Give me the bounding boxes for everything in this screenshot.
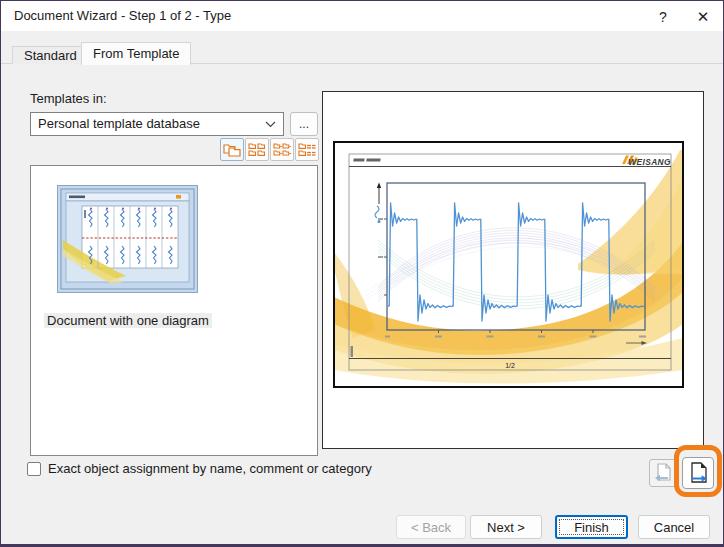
view-large-icons-button[interactable]: [220, 138, 244, 161]
page-indicator: 1/2: [505, 362, 515, 369]
exact-assignment-checkbox[interactable]: [27, 462, 41, 476]
preview-image: WEISANG 1/2: [323, 92, 702, 447]
cancel-button[interactable]: Cancel: [638, 515, 710, 539]
template-thumbnail-image: [58, 186, 197, 292]
page-next-icon: [688, 462, 708, 484]
footer-side-text-placeholder: [351, 346, 354, 357]
page-previous-icon: [654, 463, 672, 483]
preview-pane: WEISANG 1/2: [322, 91, 704, 449]
finish-button[interactable]: Finish: [555, 515, 628, 539]
title-bar: Document Wizard - Step 1 of 2 - Type ? ✕: [1, 1, 723, 31]
template-item-label-row: Document with one diagram: [30, 311, 226, 329]
dialog-window: Document Wizard - Step 1 of 2 - Type ? ✕…: [0, 0, 724, 547]
small-folder-icons-icon: [248, 142, 266, 158]
back-button: < Back: [396, 515, 466, 539]
weisang-logo: WEISANG: [622, 156, 671, 167]
browse-database-button[interactable]: ...: [290, 112, 318, 136]
next-button[interactable]: Next >: [470, 515, 542, 539]
chevron-down-icon: [265, 121, 276, 128]
folder-list-icon: [273, 142, 291, 158]
view-details-button[interactable]: [295, 138, 319, 161]
templates-in-label: Templates in:: [30, 91, 107, 106]
header-text-placeholder: [353, 159, 380, 162]
previous-page-button[interactable]: [649, 459, 677, 487]
template-item-label[interactable]: Document with one diagram: [44, 313, 212, 328]
help-button[interactable]: ?: [647, 1, 679, 31]
view-list-button[interactable]: [270, 138, 294, 161]
tab-from-template[interactable]: From Template: [81, 42, 191, 65]
exact-assignment-label: Exact object assignment by name, comment…: [48, 461, 372, 477]
dialog-title: Document Wizard - Step 1 of 2 - Type: [14, 1, 231, 31]
template-database-value: Personal template database: [38, 113, 200, 135]
template-thumbnail[interactable]: [57, 185, 198, 293]
folder-details-icon: [298, 142, 316, 158]
document-wizard-dialog: Document Wizard - Step 1 of 2 - Type ? ✕…: [1, 1, 723, 544]
large-folder-icons-icon: [223, 142, 241, 158]
brand-text: WEISANG: [628, 157, 671, 167]
close-button[interactable]: ✕: [687, 1, 719, 31]
template-database-combobox[interactable]: Personal template database: [30, 112, 284, 136]
tab-standard[interactable]: Standard: [12, 46, 89, 64]
next-page-button[interactable]: [682, 457, 714, 489]
view-small-icons-button[interactable]: [245, 138, 269, 161]
